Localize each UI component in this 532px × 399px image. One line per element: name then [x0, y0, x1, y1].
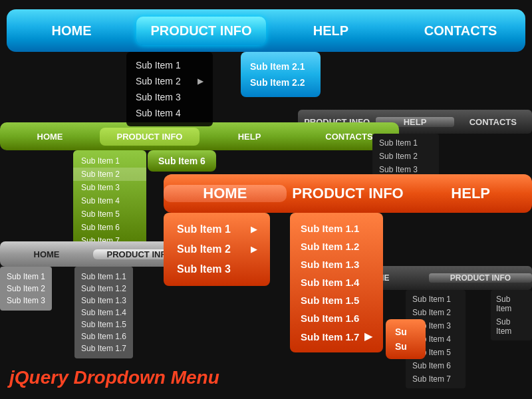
green-dd-2[interactable]: Sub Item 2 — [73, 168, 146, 181]
orange-sub-5[interactable]: Sub Item 1.5 — [290, 291, 383, 309]
dark2-dd-2[interactable]: Sub Item 2 — [406, 306, 466, 319]
dark2-sub-2[interactable]: Sub Item — [491, 315, 532, 338]
blue-nav-home[interactable]: HOME — [7, 17, 136, 45]
dark2-dd-7[interactable]: Sub Item 7 — [406, 372, 466, 386]
orange-nav-product[interactable]: PRODUCT INFO — [287, 185, 410, 202]
blue-nav-help[interactable]: HELP — [266, 17, 396, 45]
blue-dropdown: Sub Item 1 Sub Item 2▶ Sub Item 3 Sub It… — [126, 52, 213, 126]
blue-dd-item-4[interactable]: Sub Item 4 — [126, 105, 213, 121]
gray-left-dd-3[interactable]: Sub Item 3 — [7, 295, 45, 307]
green-dd-1[interactable]: Sub Item 1 — [73, 154, 146, 168]
gray-left-dropdown: Sub Item 1 Sub Item 2 Sub Item 3 — [0, 267, 52, 311]
orange-sub-dropdown: Sub Item 1.1 Sub Item 1.2 Sub Item 1.3 S… — [290, 213, 383, 352]
green-dd-6[interactable]: Sub Item 6 — [73, 221, 146, 234]
orange-dd-3[interactable]: Sub Item 3 — [164, 259, 270, 279]
dark-dropdown: Sub Item 1 Sub Item 2 Sub Item 3 — [372, 134, 439, 179]
orange-sub-7[interactable]: Sub Item 1.7 ▶ — [290, 327, 383, 346]
jquery-title: jQuery Dropdown Menu — [9, 367, 219, 388]
gray-menu: HOME PRODUCT INFO — [0, 241, 186, 267]
orange-sub2: Su Su — [386, 319, 426, 359]
green-sub-item[interactable]: Sub Item 6 — [148, 150, 216, 172]
gray-right-dd-5[interactable]: Sub Item 1.5 — [81, 319, 126, 331]
gray-right-dd-1[interactable]: Sub Item 1.1 — [81, 271, 126, 283]
blue-dd-item-1[interactable]: Sub Item 1 — [126, 57, 213, 73]
green-menu: HOME PRODUCT INFO HELP CONTACTS — [0, 122, 399, 150]
orange-dd-2[interactable]: Sub Item 2 ▶ — [164, 239, 270, 259]
green-nav-home[interactable]: HOME — [0, 128, 100, 146]
gray-left-dd-2[interactable]: Sub Item 2 — [7, 283, 45, 295]
green-nav-help[interactable]: HELP — [200, 128, 299, 146]
orange-nav-home[interactable]: HOME — [164, 185, 287, 202]
gray-left-dd-1[interactable]: Sub Item 1 — [7, 271, 45, 283]
orange-sub-4[interactable]: Sub Item 1.4 — [290, 273, 383, 291]
arrow-icon: ▶ — [364, 331, 372, 342]
orange-sub-2[interactable]: Sub Item 1.2 — [290, 237, 383, 255]
green-dd-4[interactable]: Sub Item 4 — [73, 194, 146, 207]
blue-dd-item-3[interactable]: Sub Item 3 — [126, 89, 213, 105]
gray-right-dd-3[interactable]: Sub Item 1.3 — [81, 295, 126, 307]
orange-sub2-2[interactable]: Su — [395, 339, 416, 354]
blue-dd-item-2[interactable]: Sub Item 2▶ — [126, 73, 213, 89]
dark2-dd-6[interactable]: Sub Item 6 — [406, 359, 466, 372]
dark2-nav-product[interactable]: PRODUCT INFO — [429, 273, 532, 283]
green-nav-product[interactable]: PRODUCT INFO — [100, 128, 200, 146]
green-dd-5[interactable]: Sub Item 5 — [73, 207, 146, 221]
gray-right-dd-7[interactable]: Sub Item 1.7 — [81, 342, 126, 354]
gray-right-dd-2[interactable]: Sub Item 1.2 — [81, 283, 126, 295]
gray-right-dd-4[interactable]: Sub Item 1.4 — [81, 307, 126, 319]
dark-dd-2[interactable]: Sub Item 2 — [372, 150, 439, 163]
blue-sub-item-2[interactable]: Sub Item 2.2 — [250, 74, 311, 90]
orange-menu: HOME PRODUCT INFO HELP — [164, 174, 532, 213]
blue-sub-item-1[interactable]: Sub Item 2.1 — [250, 59, 311, 74]
orange-sub-3[interactable]: Sub Item 1.3 — [290, 255, 383, 273]
dark-nav-contacts[interactable]: CONTACTS — [454, 117, 532, 127]
gray-right-dd-6[interactable]: Sub Item 1.6 — [81, 331, 126, 342]
dark2-dd-1[interactable]: Sub Item 1 — [406, 293, 466, 306]
orange-sub-1[interactable]: Sub Item 1.1 — [290, 219, 383, 237]
dark2-sub-dropdown: Sub Item Sub Item — [491, 290, 532, 340]
orange-sub2-1[interactable]: Su — [395, 325, 416, 339]
dark-dd-1[interactable]: Sub Item 1 — [372, 136, 439, 150]
orange-nav-help[interactable]: HELP — [409, 185, 532, 202]
orange-sub-6[interactable]: Sub Item 1.6 — [290, 309, 383, 327]
blue-sub-dropdown: Sub Item 2.1 Sub Item 2.2 — [241, 52, 321, 97]
gray-right-dropdown: Sub Item 1.1 Sub Item 1.2 Sub Item 1.3 S… — [74, 267, 133, 358]
green-dropdown: Sub Item 1 Sub Item 2 Sub Item 3 Sub Ite… — [73, 150, 146, 251]
arrow-icon: ▶ — [198, 76, 203, 86]
blue-nav-product[interactable]: PRODUCT INFO — [136, 17, 266, 45]
arrow-icon: ▶ — [251, 225, 257, 234]
dark2-sub-1[interactable]: Sub Item — [491, 293, 532, 315]
blue-nav-contacts[interactable]: CONTACTS — [396, 17, 525, 45]
arrow-icon: ▶ — [251, 245, 257, 254]
blue-menu: HOME PRODUCT INFO HELP CONTACTS — [7, 9, 525, 52]
green-dd-3[interactable]: Sub Item 3 — [73, 181, 146, 194]
orange-dd-1[interactable]: Sub Item 1 ▶ — [164, 219, 270, 239]
gray-nav-home[interactable]: HOME — [0, 249, 93, 259]
orange-dropdown: Sub Item 1 ▶ Sub Item 2 ▶ Sub Item 3 — [164, 213, 270, 286]
